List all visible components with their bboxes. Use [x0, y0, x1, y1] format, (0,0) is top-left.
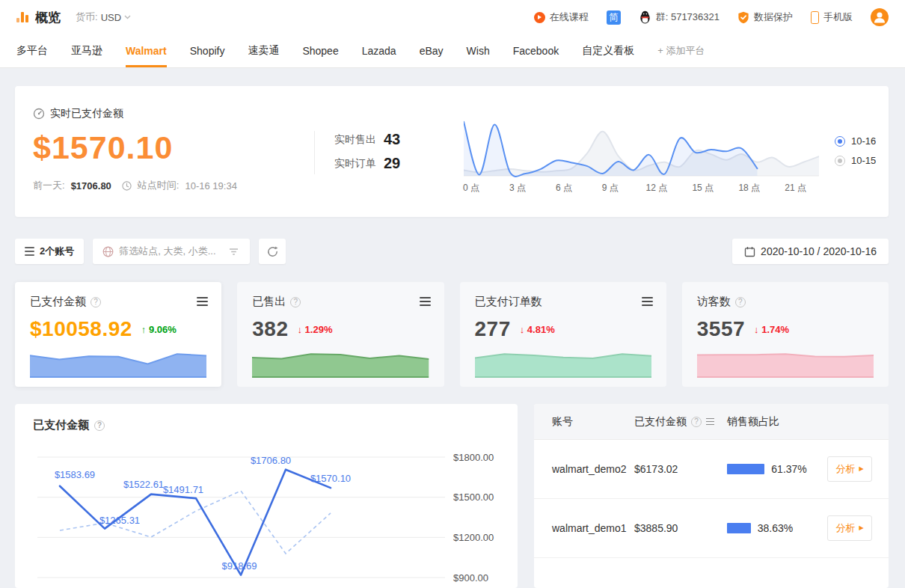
card-menu-icon[interactable]	[420, 297, 431, 306]
tab-Shopee[interactable]: Shopee	[302, 34, 338, 67]
help-icon[interactable]	[94, 420, 105, 431]
legend-radio-10-16[interactable]: 10-16	[835, 135, 876, 147]
legend-radio-10-15[interactable]: 10-15	[835, 155, 876, 166]
calendar-icon	[744, 246, 755, 257]
help-icon[interactable]	[290, 297, 301, 307]
online-course-link[interactable]: 在线课程	[534, 10, 589, 24]
y-axis-tick: $1500.00	[453, 491, 494, 503]
user-avatar[interactable]	[871, 8, 889, 26]
y-axis-tick: $1800.00	[453, 452, 494, 463]
arrow-right-icon: ▶	[859, 525, 863, 531]
accounts-filter-button[interactable]: 2个账号	[15, 239, 84, 264]
tab-Lazada[interactable]: Lazada	[362, 34, 396, 67]
metric-sparkline	[697, 350, 874, 379]
vertical-divider	[314, 131, 315, 174]
arrow-right-icon: ▶	[859, 466, 863, 472]
metric-sparkline	[252, 350, 429, 379]
data-protection-link[interactable]: 数据保护	[737, 10, 793, 24]
globe-icon	[102, 246, 114, 257]
tab-Facebook[interactable]: Facebook	[513, 34, 559, 67]
realtime-orders-value: 29	[384, 155, 400, 172]
x-axis-label: 18 点	[738, 182, 760, 195]
x-axis-label: 12 点	[645, 182, 667, 195]
prev-day-value: $1706.80	[71, 180, 111, 192]
metric-card-title: 已支付订单数	[475, 295, 542, 309]
table-header: 账号 已支付金额 销售额占比	[534, 404, 889, 440]
date-range-picker[interactable]: 2020-10-10 / 2020-10-16	[732, 239, 889, 264]
person-icon	[871, 8, 889, 26]
metric-card-title: 访客数	[697, 295, 731, 309]
tab-亚马逊[interactable]: 亚马逊	[71, 34, 102, 67]
metric-sparkline	[475, 350, 651, 379]
site-filter-input[interactable]: 筛选站点, 大类, 小类...	[93, 239, 250, 264]
table-row: walmart_demo2$6173.0261.37%分析▶	[534, 440, 889, 499]
x-axis-label: 0 点	[463, 182, 479, 195]
play-circle-icon	[534, 12, 545, 23]
filter-toolbar: 2个账号 筛选站点, 大类, 小类...	[15, 238, 889, 265]
metric-value: 277	[475, 317, 511, 341]
date-range-value: 2020-10-10 / 2020-10-16	[761, 245, 877, 257]
site-time-value: 10-16 19:34	[185, 180, 236, 192]
metric-value: 3557	[697, 317, 745, 341]
refresh-icon	[266, 245, 279, 258]
paid-amount: $6173.02	[634, 463, 723, 475]
help-icon[interactable]	[735, 297, 746, 307]
accounts-filter-label: 2个账号	[40, 245, 74, 258]
y-axis-tick: $900.00	[453, 572, 488, 584]
tab-eBay[interactable]: eBay	[420, 34, 444, 67]
qq-group[interactable]: 群: 571736321	[639, 10, 720, 24]
card-menu-icon[interactable]	[197, 297, 208, 306]
metric-card-已售出[interactable]: 已售出382↓ 1.29%	[237, 282, 444, 387]
language-badge[interactable]: 简	[607, 10, 621, 25]
sort-icon[interactable]	[706, 418, 714, 426]
metric-delta: ↓ 4.81%	[520, 324, 555, 335]
data-point-label: $1265.31	[99, 515, 140, 526]
analyze-button[interactable]: 分析▶	[827, 515, 872, 541]
realtime-chart-x-axis: 0 点3 点6 点9 点12 点15 点18 点21 点	[464, 182, 819, 194]
tab-Walmart[interactable]: Walmart	[126, 34, 167, 67]
data-protection-label: 数据保护	[754, 10, 793, 24]
refresh-button[interactable]	[259, 239, 286, 264]
realtime-sold: 实时售出 43	[334, 131, 400, 148]
data-point-label: $1583.69	[55, 469, 95, 480]
account-name: walmart_demo1	[534, 522, 634, 534]
metric-sparkline	[30, 350, 206, 379]
metric-card-title: 已售出	[252, 295, 286, 309]
add-platform-button[interactable]: + 添加平台	[657, 44, 705, 58]
metric-cards-row: 已支付金额$10058.92↑ 9.06%已售出382↓ 1.29%已支付订单数…	[15, 282, 889, 387]
x-axis-label: 3 点	[509, 182, 526, 195]
tab-速卖通[interactable]: 速卖通	[248, 34, 279, 67]
share-percent: 61.37%	[771, 463, 806, 475]
realtime-title: 实时已支付金额	[50, 107, 123, 120]
accounts-table-card: 账号 已支付金额 销售额占比 walmart_demo2$6173.0261.3…	[534, 404, 889, 588]
analyze-label: 分析	[835, 521, 855, 535]
help-icon[interactable]	[691, 417, 702, 427]
mobile-version-link[interactable]: 手机版	[811, 10, 853, 24]
tab-Shopify[interactable]: Shopify	[190, 34, 225, 67]
metric-card-访客数[interactable]: 访客数3557↓ 1.74%	[682, 282, 889, 387]
tab-多平台[interactable]: 多平台	[16, 34, 48, 67]
page-title: 概览	[35, 9, 61, 26]
analyze-button[interactable]: 分析▶	[827, 456, 872, 482]
share-percent: 38.63%	[758, 522, 793, 534]
tab-自定义看板[interactable]: 自定义看板	[582, 34, 634, 67]
platform-tabbar: 多平台亚马逊WalmartShopify速卖通ShopeeLazadaeBayW…	[0, 34, 905, 68]
currency-selector[interactable]: 货币: USD	[76, 10, 131, 24]
platform-tabs: 多平台亚马逊WalmartShopify速卖通ShopeeLazadaeBayW…	[16, 34, 657, 67]
realtime-paid-card: 实时已支付金额 $1570.10 前一天: $1706.80 站点时间: 10-…	[15, 86, 889, 217]
help-icon[interactable]	[90, 297, 101, 307]
tab-Wish[interactable]: Wish	[467, 34, 490, 67]
metric-value: 382	[252, 317, 288, 341]
mobile-version-label: 手机版	[823, 10, 853, 24]
phone-icon	[811, 11, 819, 24]
metric-card-已支付订单数[interactable]: 已支付订单数277↓ 4.81%	[460, 282, 666, 387]
metric-card-已支付金额[interactable]: 已支付金额$10058.92↑ 9.06%	[15, 282, 221, 387]
paid-amount: $3885.90	[634, 522, 723, 534]
x-axis-label: 15 点	[692, 182, 714, 195]
filter-funnel-icon	[229, 248, 239, 256]
analyze-label: 分析	[835, 462, 855, 476]
column-sales-share: 销售额占比	[723, 415, 779, 429]
card-menu-icon[interactable]	[642, 297, 653, 306]
metric-card-title: 已支付金额	[30, 295, 86, 309]
realtime-orders: 实时订单 29	[334, 155, 400, 172]
